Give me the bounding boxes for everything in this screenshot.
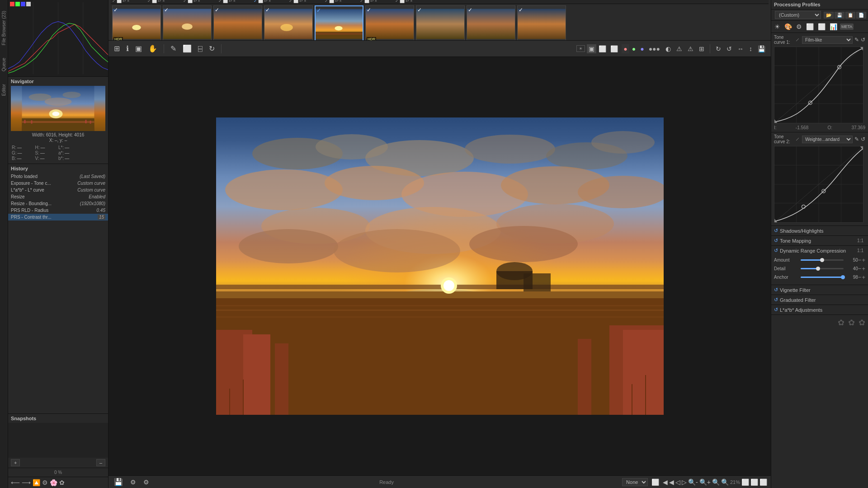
anchor-slider-thumb[interactable] <box>841 275 845 279</box>
processing-button[interactable]: ⚙ <box>142 478 151 487</box>
queue-tab[interactable]: Queue <box>0 56 7 73</box>
fit-screen-button[interactable]: ⬜ <box>750 479 758 486</box>
history-item[interactable]: Resize - Bounding... (868x488) <box>8 200 108 207</box>
zoom-100-button[interactable]: 🔍 <box>721 479 729 486</box>
filmstrip-thumb-1[interactable]: ✓ HDR <box>112 5 161 41</box>
graduated-filter-header[interactable]: ↺ Graduated Filter <box>771 295 868 305</box>
clipping-low-btn[interactable]: ◐ <box>664 44 673 53</box>
straighten-button[interactable]: ⌸ <box>196 44 204 54</box>
red-channel-btn[interactable]: ● <box>622 44 629 53</box>
color-picker-button[interactable]: ✎ <box>169 43 178 54</box>
editor-tab[interactable]: Editor <box>0 82 7 98</box>
crop-preview-button[interactable]: ▣ <box>133 43 144 54</box>
amount-slider-thumb[interactable] <box>820 258 824 262</box>
info-button[interactable]: ℹ <box>124 43 131 54</box>
view-single[interactable]: ▣ <box>587 44 596 53</box>
detail-tool[interactable]: ⚙ <box>795 22 803 31</box>
color-tool[interactable]: 🎨 <box>783 22 793 31</box>
crop-button[interactable]: ⬜ <box>181 43 193 54</box>
blue-channel-btn[interactable]: ● <box>638 44 646 53</box>
zoom-out-button[interactable]: 🔍- <box>688 479 698 486</box>
profile-save-button[interactable]: 💾 <box>835 12 844 19</box>
fullscreen-button[interactable]: ⬜ <box>651 479 659 486</box>
zoom-fit-button[interactable]: ⊞ <box>112 43 122 54</box>
detail-minus-btn[interactable]: − <box>858 266 862 272</box>
rotate-button[interactable]: ↻ <box>207 43 217 54</box>
tool-left-6[interactable]: ✿ <box>59 479 65 486</box>
profile-load-button[interactable]: 📂 <box>824 12 834 19</box>
tone-curve-2-reset-btn[interactable]: ↺ <box>861 136 865 142</box>
next-image-button[interactable]: ◀ <box>669 479 674 486</box>
fit-window-button[interactable]: ⬜ <box>741 479 749 486</box>
rotate-ccw-btn[interactable]: ↺ <box>725 44 734 53</box>
prev-image-button[interactable]: ◀ <box>663 479 668 486</box>
flip-v-btn[interactable]: ↕ <box>747 44 754 53</box>
detail-plus-btn[interactable]: + <box>862 266 865 272</box>
filmstrip-thumb-4[interactable]: ✓ <box>264 5 313 41</box>
export-button[interactable]: 💾 <box>112 477 125 487</box>
tone-curve-1-reset-btn[interactable]: ↺ <box>861 37 865 43</box>
filmstrip-thumb-9[interactable]: ✓ <box>517 5 566 41</box>
filmstrip-thumb-8[interactable]: ✓ <box>467 5 515 41</box>
filmstrip-thumb-2[interactable]: ✓ <box>163 5 212 41</box>
history-item[interactable]: PRS RLD - Radius 0.45 <box>8 207 108 214</box>
flip-h-btn[interactable]: ↔ <box>736 44 745 53</box>
full-screen-button[interactable]: ⬜ <box>760 479 767 486</box>
vignette-filter-header[interactable]: ↺ Vignette Filter <box>771 285 868 295</box>
bottom-dropdown[interactable]: None <box>622 478 648 486</box>
tone-curve-2-mode-select[interactable]: Weighte...andard Linear Custom Film-like… <box>802 136 853 143</box>
history-list[interactable]: Photo loaded (Last Saved) Exposure - Ton… <box>8 173 108 413</box>
profiles-select[interactable]: (Custom) <box>775 11 821 19</box>
tone-curve-2-type-icon[interactable]: ⟋ <box>795 136 800 142</box>
pan-button[interactable]: ✋ <box>146 43 159 54</box>
tone-curve-2-canvas[interactable] <box>774 146 863 223</box>
remove-snapshot-button[interactable]: – <box>96 459 105 466</box>
profile-copy-button[interactable]: 📋 <box>845 12 855 19</box>
zoom-in-button[interactable]: 🔍+ <box>699 479 711 486</box>
image-view[interactable] <box>108 57 771 475</box>
history-item[interactable]: Photo loaded (Last Saved) <box>8 173 108 180</box>
tone-curve-1-type-icon[interactable]: ⟋ <box>795 37 800 43</box>
amount-slider-track[interactable] <box>801 259 844 261</box>
history-item[interactable]: Resize Enabled <box>8 193 108 200</box>
rotate-cw-btn[interactable]: ↻ <box>714 44 723 53</box>
meta-tool[interactable]: META <box>840 23 854 30</box>
tone-curve-1-edit-btn[interactable]: ✎ <box>854 37 859 43</box>
batch-button[interactable]: ⚙ <box>128 478 138 487</box>
tool-left-3[interactable]: 🔼 <box>33 479 40 486</box>
tone-curve-1-mode-select[interactable]: Film-like Linear Custom Parametric Weigh… <box>802 36 853 44</box>
tool-left-2[interactable]: ⟶ <box>22 479 31 486</box>
tone-mapping-header[interactable]: ↺ Tone Mapping 1:1 <box>771 236 868 245</box>
clipping-high-btn[interactable]: ⚠ <box>686 44 695 53</box>
dynamic-range-header[interactable]: ↺ Dynamic Range Compression 1:1 <box>771 246 868 255</box>
view-split-v[interactable]: ⬜ <box>609 44 620 53</box>
profile-paste-button[interactable]: 📄 <box>856 12 866 19</box>
raw-tool[interactable]: 📊 <box>828 22 839 31</box>
before-after-btn[interactable]: ⚠ <box>675 44 684 53</box>
shadows-highlights-header[interactable]: ↺ Shadows/Highlights <box>771 226 868 235</box>
amount-plus-btn[interactable]: + <box>862 257 865 263</box>
anchor-slider-track[interactable] <box>801 277 844 278</box>
transform-tool[interactable]: ⬜ <box>816 22 827 31</box>
detail-slider-track[interactable] <box>801 268 844 269</box>
anchor-plus-btn[interactable]: + <box>862 274 865 280</box>
history-item-selected[interactable]: PRS - Contrast thr... 15 <box>8 214 108 221</box>
history-item[interactable]: L*a*b* - L* curve Custom curve <box>8 187 108 193</box>
detail-slider-thumb[interactable] <box>816 267 820 271</box>
add-snapshot-button[interactable]: + <box>11 459 20 466</box>
filmstrip-thumb-7[interactable]: ✓ <box>416 5 465 41</box>
zoom-fit-view-button[interactable]: 🔍 <box>712 479 720 486</box>
green-channel-btn[interactable]: ● <box>630 44 637 53</box>
local-tool[interactable]: ⬜ <box>805 22 815 31</box>
tone-curve-1-canvas[interactable] <box>774 47 863 123</box>
file-browser-tab[interactable]: File Browser (23) <box>0 9 7 47</box>
tone-curve-2-edit-btn[interactable]: ✎ <box>854 136 859 142</box>
filmstrip-thumb-5-selected[interactable]: ✓ <box>315 5 363 41</box>
save-button[interactable]: 💾 <box>756 44 767 53</box>
filmstrip-thumb-6[interactable]: ✓ HDR <box>365 5 414 41</box>
tool-left-4[interactable]: ⚙ <box>42 479 48 486</box>
amount-minus-btn[interactable]: − <box>858 257 862 263</box>
anchor-minus-btn[interactable]: − <box>858 274 862 280</box>
view-split-h[interactable]: ⬜ <box>597 44 608 53</box>
lab-adjustments-header[interactable]: ↺ L*a*b* Adjustments <box>771 305 868 314</box>
